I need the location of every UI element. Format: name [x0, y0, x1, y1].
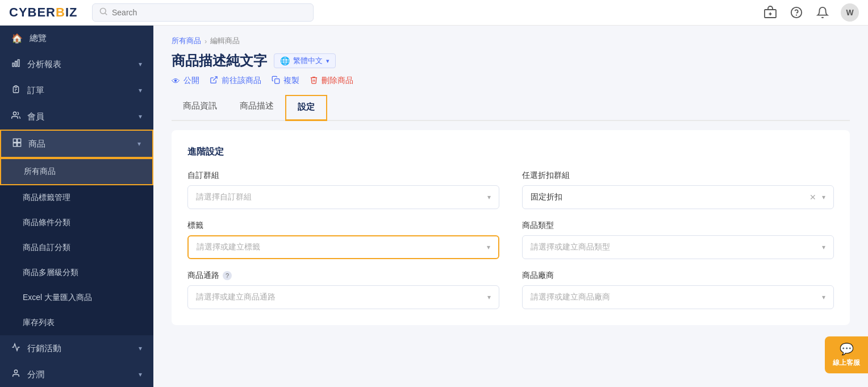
sidebar-item-condition-category[interactable]: 商品條件分類 [0, 210, 153, 235]
products-icon [12, 138, 22, 149]
vendor-select[interactable]: 請選擇或建立商品廠商 ▾ [522, 285, 834, 309]
svg-point-13 [13, 112, 16, 115]
copy-label: 複製 [283, 76, 299, 86]
help-circle-icon[interactable]: ? [223, 271, 232, 280]
sidebar-item-all-products[interactable]: 所有商品 [0, 158, 153, 185]
sidebar-item-analytics[interactable]: 分析報表 ▾ [0, 51, 153, 77]
chevron-down-icon: ▾ [139, 60, 142, 68]
field-channel: 商品通路 ? 請選擇或建立商品通路 ▾ [187, 271, 499, 309]
chat-button[interactable]: 💬 線上客服 [825, 336, 868, 373]
main-content: 所有商品 › 編輯商品 商品描述純文字 🌐 繁體中文 ▾ 👁 公開 [153, 26, 868, 387]
sidebar-item-products[interactable]: 商品 ▾ [0, 130, 153, 158]
tags-select[interactable]: 請選擇或建立標籤 ▾ [187, 235, 499, 259]
tab-product-desc[interactable]: 商品描述 [228, 95, 285, 121]
field-vendor: 商品廠商 請選擇或建立商品廠商 ▾ [522, 271, 834, 309]
field-product-type: 商品類型 請選擇或建立商品類型 ▾ [522, 220, 834, 259]
sidebar-analytics-label: 分析報表 [27, 59, 132, 70]
chevron-down-icon: ▾ [822, 293, 825, 301]
sidebar-orders-label: 訂單 [27, 85, 132, 96]
page-title: 商品描述純文字 [172, 52, 267, 70]
help-icon[interactable] [788, 5, 804, 20]
settings-content-card: 進階設定 自訂群組 請選擇自訂群組 ▾ 任選折扣群組 固 [172, 130, 850, 325]
layout: 🏠 總覽 分析報表 ▾ 訂單 ▾ [0, 26, 868, 387]
tag-management-label: 商品標籤管理 [23, 193, 142, 203]
search-input[interactable] [112, 8, 306, 17]
avatar[interactable]: W [841, 3, 859, 22]
svg-point-0 [100, 8, 106, 14]
field-custom-group: 自訂群組 請選擇自訂群組 ▾ [187, 170, 499, 209]
analytics-icon [11, 59, 20, 70]
action-bar: 👁 公開 前往該商品 [172, 76, 850, 86]
discount-group-label: 任選折扣群組 [522, 170, 834, 181]
goto-product-button[interactable]: 前往該商品 [210, 76, 261, 86]
channel-label: 商品通路 ? [187, 271, 499, 281]
bell-icon[interactable] [815, 5, 831, 20]
trash-icon [310, 76, 318, 86]
svg-rect-20 [275, 79, 279, 84]
svg-rect-14 [13, 139, 16, 142]
publish-label: 公開 [183, 76, 199, 86]
svg-point-18 [14, 370, 17, 373]
sidebar-item-orders[interactable]: 訂單 ▾ [0, 77, 153, 103]
field-discount-group: 任選折扣群組 固定折扣 ✕ ▾ [522, 170, 834, 209]
custom-group-placeholder: 請選擇自訂群組 [196, 192, 252, 202]
svg-rect-7 [12, 63, 14, 66]
svg-rect-15 [18, 139, 21, 142]
multi-level-label: 商品多層級分類 [23, 268, 142, 278]
external-link-icon [210, 76, 218, 86]
globe-icon: 🌐 [280, 56, 290, 65]
lang-chevron-icon: ▾ [326, 57, 329, 65]
goto-label: 前往該商品 [222, 76, 261, 86]
page-title-row: 商品描述純文字 🌐 繁體中文 ▾ [172, 52, 850, 70]
copy-button[interactable]: 複製 [272, 76, 299, 86]
chevron-down-icon: ▾ [137, 140, 141, 148]
discount-group-value: 固定折扣 [531, 192, 562, 202]
chevron-down-icon: ▾ [822, 193, 825, 201]
delete-button[interactable]: 刪除商品 [310, 76, 353, 86]
header: CYBERBIZ [0, 0, 868, 26]
store-icon[interactable] [762, 5, 778, 20]
product-type-label: 商品類型 [522, 220, 834, 231]
tags-placeholder: 請選擇或建立標籤 [197, 242, 260, 252]
breadcrumb: 所有商品 › 編輯商品 [172, 36, 850, 46]
orders-icon [11, 85, 20, 96]
chevron-down-icon: ▾ [487, 243, 490, 251]
lang-label: 繁體中文 [293, 56, 323, 66]
chevron-down-icon: ▾ [822, 243, 825, 251]
chevron-down-icon: ▾ [139, 371, 142, 378]
publish-button[interactable]: 👁 公開 [172, 76, 199, 86]
copy-icon [272, 76, 280, 86]
svg-rect-8 [15, 61, 17, 66]
sidebar-item-affiliate[interactable]: 分潤 ▾ [0, 361, 153, 387]
svg-line-1 [105, 13, 107, 15]
sidebar-item-tag-management[interactable]: 商品標籤管理 [0, 185, 153, 210]
search-bar[interactable] [92, 3, 314, 22]
lang-badge[interactable]: 🌐 繁體中文 ▾ [274, 53, 336, 68]
affiliate-icon [11, 369, 20, 380]
chevron-down-icon: ▾ [139, 344, 142, 352]
chat-icon: 💬 [840, 342, 854, 356]
custom-group-select[interactable]: 請選擇自訂群組 ▾ [187, 185, 499, 209]
product-type-select[interactable]: 請選擇或建立商品類型 ▾ [522, 235, 834, 259]
sidebar-item-excel-import[interactable]: Excel 大量匯入商品 [0, 285, 153, 310]
tab-settings[interactable]: 設定 [285, 95, 327, 121]
sidebar-item-members[interactable]: 會員 ▾ [0, 103, 153, 130]
chevron-down-icon: ▾ [139, 113, 142, 120]
sidebar-item-inventory[interactable]: 庫存列表 [0, 310, 153, 335]
discount-group-select[interactable]: 固定折扣 ✕ ▾ [522, 185, 834, 209]
channel-select[interactable]: 請選擇或建立商品通路 ▾ [187, 285, 499, 309]
chat-label: 線上客服 [833, 358, 860, 368]
sidebar-item-multi-level[interactable]: 商品多層級分類 [0, 260, 153, 285]
sidebar-item-custom-category[interactable]: 商品自訂分類 [0, 235, 153, 260]
sidebar-item-dashboard[interactable]: 🏠 總覽 [0, 26, 153, 51]
logo: CYBERBIZ [9, 5, 83, 20]
breadcrumb-all-products[interactable]: 所有商品 [172, 36, 201, 46]
marketing-icon [11, 343, 20, 354]
sidebar-item-marketing[interactable]: 行銷活動 ▾ [0, 335, 153, 361]
search-icon [99, 7, 107, 18]
breadcrumb-separator: › [205, 37, 207, 45]
eye-icon: 👁 [172, 76, 180, 86]
tab-product-info[interactable]: 商品資訊 [172, 95, 228, 121]
field-tags: 標籤 請選擇或建立標籤 ▾ [187, 220, 499, 259]
clear-icon[interactable]: ✕ [809, 193, 816, 202]
